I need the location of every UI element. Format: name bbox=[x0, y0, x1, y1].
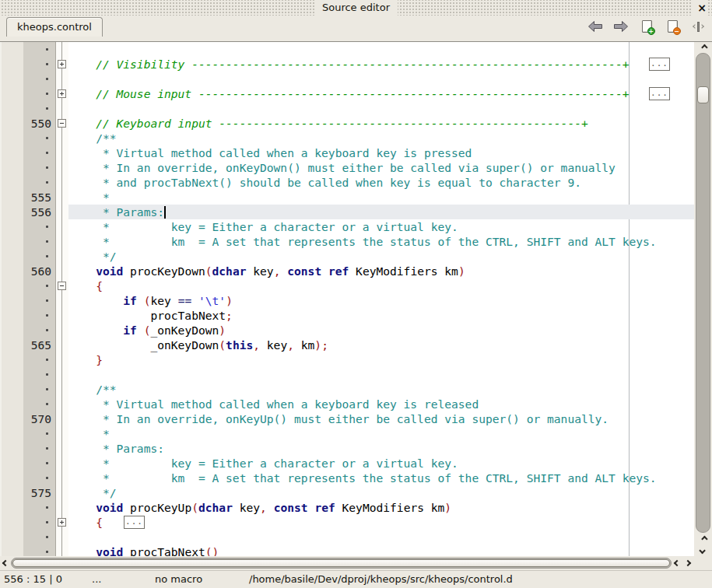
fold-collapse-icon[interactable] bbox=[58, 119, 66, 128]
code-line[interactable]: // Keyboard input ----------------------… bbox=[68, 116, 694, 131]
gutter-strip bbox=[0, 42, 23, 556]
remove-document-button[interactable]: − bbox=[663, 17, 682, 36]
chevron-right-icon bbox=[685, 560, 691, 566]
line-dot bbox=[46, 181, 48, 184]
fold-gutter-cell bbox=[56, 382, 68, 397]
collapsed-fold-box[interactable]: ... bbox=[649, 58, 670, 71]
code-line[interactable]: // Mouse input -------------------------… bbox=[68, 86, 694, 101]
fold-collapse-icon[interactable] bbox=[58, 282, 66, 290]
fold-expand-icon[interactable] bbox=[58, 60, 66, 68]
fold-gutter-cell bbox=[56, 441, 68, 456]
vscroll-track[interactable] bbox=[696, 53, 710, 533]
text-caret bbox=[164, 206, 166, 219]
code-line[interactable] bbox=[68, 530, 694, 544]
code-line[interactable]: * Virtual method called when a keyboard … bbox=[68, 397, 694, 411]
code-area[interactable]: // Visibility --------------------------… bbox=[68, 42, 694, 556]
code-line[interactable]: { bbox=[68, 278, 694, 293]
fold-gutter-cell[interactable] bbox=[56, 278, 68, 293]
code-line[interactable]: if (_onKeyDown) bbox=[68, 323, 694, 338]
code-line[interactable] bbox=[68, 72, 694, 86]
line-number bbox=[23, 249, 55, 264]
status-ellipsis: ... bbox=[92, 571, 101, 588]
code-line[interactable]: } bbox=[68, 352, 694, 367]
detach-editor-button[interactable] bbox=[689, 17, 707, 36]
code-line[interactable] bbox=[68, 367, 694, 382]
fold-gutter-cell bbox=[56, 131, 68, 145]
line-number bbox=[23, 57, 55, 72]
hscroll-thumb[interactable] bbox=[12, 559, 670, 567]
code-line[interactable]: * bbox=[68, 190, 694, 205]
tab-kheops-control[interactable]: kheops.control bbox=[6, 17, 103, 37]
fold-expand-icon[interactable] bbox=[58, 518, 66, 527]
code-line[interactable]: procTabNext; bbox=[68, 308, 694, 323]
go-back-button[interactable] bbox=[586, 17, 605, 36]
vscroll-thumb[interactable] bbox=[697, 86, 709, 103]
line-dot bbox=[46, 551, 48, 553]
fold-gutter-cell bbox=[56, 160, 68, 175]
code-line[interactable]: {... bbox=[68, 515, 694, 530]
line-dot bbox=[46, 447, 48, 450]
code-line[interactable]: // Visibility --------------------------… bbox=[68, 57, 694, 72]
go-forward-button[interactable] bbox=[612, 17, 630, 36]
scroll-left-button[interactable] bbox=[0, 556, 11, 570]
fold-gutter-cell bbox=[56, 293, 68, 308]
code-line[interactable]: * Virtual method called when a keyboard … bbox=[68, 145, 694, 160]
collapsed-fold-box[interactable]: ... bbox=[649, 87, 670, 100]
code-line[interactable]: void procKeyUp(dchar key, const ref KeyM… bbox=[68, 500, 694, 515]
back-arrow-icon bbox=[587, 20, 603, 33]
hscroll-track[interactable] bbox=[11, 558, 672, 569]
fold-gutter-cell bbox=[56, 42, 68, 57]
code-line[interactable]: * km = A set that represents the status … bbox=[68, 471, 694, 485]
scroll-up-button[interactable] bbox=[694, 42, 712, 53]
code-line[interactable]: * In an override, onKeyDown() must eithe… bbox=[68, 160, 694, 175]
line-dot bbox=[46, 462, 48, 464]
titlebar[interactable]: Source editor × bbox=[0, 0, 712, 16]
code-line[interactable]: * Params: bbox=[68, 441, 694, 456]
line-number bbox=[23, 278, 55, 293]
code-line[interactable]: */ bbox=[68, 485, 694, 500]
code-line[interactable]: * km = A set that represents the status … bbox=[68, 234, 694, 249]
code-line[interactable]: * Params: bbox=[68, 205, 694, 219]
code-line[interactable]: /** bbox=[68, 131, 694, 145]
code-line[interactable]: * In an override, onKeyUp() must either … bbox=[68, 411, 694, 426]
macro-state: no macro bbox=[155, 571, 202, 588]
line-number bbox=[23, 145, 55, 160]
toolbar: + − bbox=[586, 16, 707, 37]
line-number bbox=[23, 308, 55, 323]
horizontal-scrollbar[interactable] bbox=[0, 556, 693, 570]
fold-gutter-cell bbox=[56, 264, 68, 278]
code-line[interactable]: */ bbox=[68, 249, 694, 264]
line-dot bbox=[46, 48, 48, 51]
scroll-down-button[interactable] bbox=[694, 544, 712, 556]
fold-margin[interactable] bbox=[56, 42, 68, 556]
code-line[interactable]: _onKeyDown(this, key, km); bbox=[68, 338, 694, 352]
code-line[interactable]: void procKeyDown(dchar key, const ref Ke… bbox=[68, 264, 694, 278]
fold-gutter-cell[interactable] bbox=[56, 57, 68, 72]
code-line[interactable]: * and procTabNext() should be called whe… bbox=[68, 175, 694, 190]
scroll-left-button-right[interactable] bbox=[672, 556, 682, 570]
code-line[interactable]: * key = Either a character or a virtual … bbox=[68, 219, 694, 234]
line-number: 560 bbox=[23, 264, 55, 278]
fold-gutter-cell[interactable] bbox=[56, 116, 68, 131]
fold-gutter-cell[interactable] bbox=[56, 515, 68, 530]
chevron-up-icon bbox=[701, 535, 707, 541]
code-line[interactable] bbox=[68, 42, 694, 57]
code-line[interactable] bbox=[68, 101, 694, 116]
code-line[interactable]: * bbox=[68, 426, 694, 441]
line-number bbox=[23, 42, 55, 57]
scroll-up-button-bottom[interactable] bbox=[694, 533, 712, 544]
code-line[interactable]: /** bbox=[68, 382, 694, 397]
fold-gutter-cell[interactable] bbox=[56, 86, 68, 101]
code-line[interactable]: * key = Either a character or a virtual … bbox=[68, 456, 694, 471]
code-line[interactable]: if (key == '\t') bbox=[68, 293, 694, 308]
collapsed-fold-box[interactable]: ... bbox=[124, 516, 145, 529]
code-line[interactable]: void procTabNext() bbox=[68, 544, 694, 556]
close-icon[interactable]: × bbox=[691, 0, 708, 16]
fold-expand-icon[interactable] bbox=[58, 89, 66, 98]
scroll-right-button[interactable] bbox=[682, 556, 693, 570]
line-number: 556 bbox=[23, 205, 55, 219]
fold-gutter-cell bbox=[56, 101, 68, 116]
add-document-button[interactable]: + bbox=[637, 17, 656, 36]
vertical-scrollbar[interactable] bbox=[694, 42, 712, 556]
line-dot bbox=[46, 403, 48, 405]
